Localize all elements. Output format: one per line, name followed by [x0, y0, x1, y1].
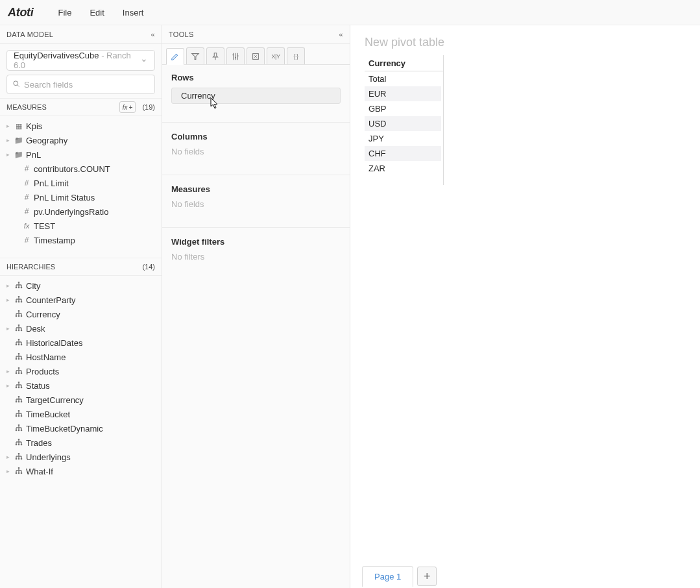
pivot-row[interactable]: EUR — [365, 86, 441, 101]
add-page-button[interactable]: + — [417, 567, 437, 586]
pivot-row[interactable]: JPY — [365, 131, 441, 146]
search-icon — [12, 80, 20, 90]
hierarchies-title: HIERARCHIES — [6, 263, 55, 271]
tree-item-label: Geography — [26, 136, 67, 145]
measures-placeholder: No fields — [171, 199, 341, 209]
hierarchy-item[interactable]: ▸Underlyings — [0, 450, 162, 464]
measure-icon — [21, 236, 32, 245]
caret-icon: ▸ — [6, 297, 13, 303]
search-input[interactable] — [23, 79, 149, 90]
new-measure-button[interactable]: fx + — [119, 101, 136, 113]
hierarchy-item[interactable]: ▸City — [0, 278, 162, 293]
tools-measures-title: Measures — [171, 184, 341, 194]
caret-icon: ▸ — [6, 325, 13, 332]
pivot-row[interactable]: CHF — [365, 146, 441, 161]
hierarchy-item[interactable]: ▸Desk — [0, 321, 162, 336]
pivot-row[interactable]: Total — [365, 71, 441, 86]
tab-box[interactable] — [247, 47, 265, 64]
tree-item-label: pv.UnderlyingsRatio — [34, 207, 108, 217]
cube-name: EquityDerivativesCube — [14, 51, 99, 60]
tree-item-label: CounterParty — [26, 295, 76, 305]
tab-sliders[interactable] — [226, 47, 245, 64]
pivot-table[interactable]: Currency TotalEURGBPUSDJPYCHFZAR — [365, 56, 441, 176]
tree-item-label: PnL Limit Status — [34, 193, 95, 202]
tree-item-label: PnL — [26, 150, 41, 160]
collapse-tools-icon[interactable] — [339, 31, 343, 38]
cube-selector[interactable]: EquityDerivativesCube - Ranch 6.0 — [6, 50, 155, 71]
measure-item[interactable]: ▸PnL Limit Status — [0, 190, 162, 204]
kpi-icon — [13, 122, 25, 130]
hierarchy-item[interactable]: ▸Currency — [0, 307, 162, 321]
tools-title: TOOLS — [169, 31, 194, 38]
measures-header: MEASURES fx + (19) — [0, 98, 162, 116]
pivot-row[interactable]: ZAR — [365, 161, 441, 176]
tab-content-editor[interactable] — [166, 48, 184, 65]
measures-count: (19) — [142, 103, 155, 111]
hierarchy-item[interactable]: ▸HistoricalDates — [0, 336, 162, 350]
measure-item[interactable]: ▸PnL — [0, 147, 162, 162]
menu-insert[interactable]: Insert — [114, 8, 153, 18]
measure-item[interactable]: ▸PnL Limit — [0, 176, 162, 190]
search-fields[interactable] — [6, 75, 155, 94]
hierarchy-icon — [13, 353, 25, 361]
hierarchy-icon — [13, 367, 25, 375]
page-1-tab[interactable]: Page 1 — [362, 566, 413, 587]
pivot-row[interactable]: GBP — [365, 101, 441, 116]
tab-xy[interactable]: X|Y — [267, 47, 285, 64]
measure-item[interactable]: ▸Timestamp — [0, 233, 162, 247]
rows-chip-currency[interactable]: Currency — [171, 88, 341, 104]
caret-icon: ▸ — [6, 468, 13, 474]
hierarchy-icon — [13, 424, 25, 432]
hierarchy-item[interactable]: ▸HostName — [0, 350, 162, 364]
measure-item[interactable]: ▸pv.UnderlyingsRatio — [0, 204, 162, 219]
hierarchy-icon — [13, 382, 25, 389]
measure-icon — [21, 178, 32, 188]
measures-dropzone[interactable]: Measures No fields — [171, 184, 341, 209]
pivot-col-header[interactable]: Currency — [365, 56, 441, 71]
measure-icon — [21, 164, 32, 173]
widget-title[interactable]: New pivot table — [350, 25, 700, 56]
hierarchy-icon — [13, 310, 25, 318]
hierarchy-item[interactable]: ▸TimeBucket — [0, 407, 162, 421]
menu-file[interactable]: File — [49, 8, 80, 18]
data-model-panel: DATA MODEL EquityDerivativesCube - Ranch… — [0, 25, 162, 588]
hierarchy-icon — [13, 396, 25, 404]
columns-title: Columns — [171, 132, 341, 141]
hierarchies-count: (14) — [142, 263, 155, 271]
measures-tree: ▸Kpis▸Geography▸PnL▸contributors.COUNT▸P… — [0, 116, 162, 258]
columns-dropzone[interactable]: Columns No fields — [171, 132, 341, 156]
logo: Atoti — [8, 6, 33, 19]
measure-item[interactable]: ▸Kpis — [0, 119, 162, 133]
hierarchy-item[interactable]: ▸TimeBucketDynamic — [0, 421, 162, 435]
hierarchy-item[interactable]: ▸Status — [0, 378, 162, 393]
collapse-data-model-icon[interactable] — [151, 31, 155, 38]
hierarchy-item[interactable]: ▸Trades — [0, 435, 162, 450]
hierarchy-item[interactable]: ▸TargetCurrency — [0, 393, 162, 407]
measure-icon — [21, 193, 32, 202]
tab-braces[interactable]: {·} — [287, 47, 305, 64]
tree-item-label: TargetCurrency — [26, 395, 84, 405]
widget-filters-dropzone[interactable]: Widget filters No filters — [171, 237, 341, 262]
tree-item-label: Underlyings — [26, 452, 71, 462]
folder-icon — [13, 151, 25, 159]
folder-icon — [13, 136, 25, 145]
measure-item[interactable]: ▸Geography — [0, 133, 162, 147]
hierarchy-item[interactable]: ▸CounterParty — [0, 293, 162, 307]
tree-item-label: Products — [26, 367, 59, 376]
measure-item[interactable]: ▸contributors.COUNT — [0, 162, 162, 176]
hierarchy-icon — [13, 339, 25, 347]
tree-item-label: HostName — [26, 352, 66, 362]
rows-dropzone[interactable]: Rows Currency — [171, 73, 341, 104]
menu-edit[interactable]: Edit — [80, 8, 113, 18]
tree-item-label: contributors.COUNT — [34, 164, 110, 174]
widget-filters-title: Widget filters — [171, 237, 341, 247]
tab-filters[interactable] — [186, 47, 204, 64]
caret-icon: ▸ — [6, 282, 13, 289]
measure-item[interactable]: ▸TEST — [0, 219, 162, 233]
hierarchy-icon — [13, 453, 25, 461]
hierarchy-item[interactable]: ▸Products — [0, 364, 162, 378]
hierarchy-item[interactable]: ▸What-If — [0, 464, 162, 478]
tree-item-label: TimeBucketDynamic — [26, 424, 103, 434]
pivot-row[interactable]: USD — [365, 116, 441, 131]
tab-pin[interactable] — [206, 47, 224, 64]
